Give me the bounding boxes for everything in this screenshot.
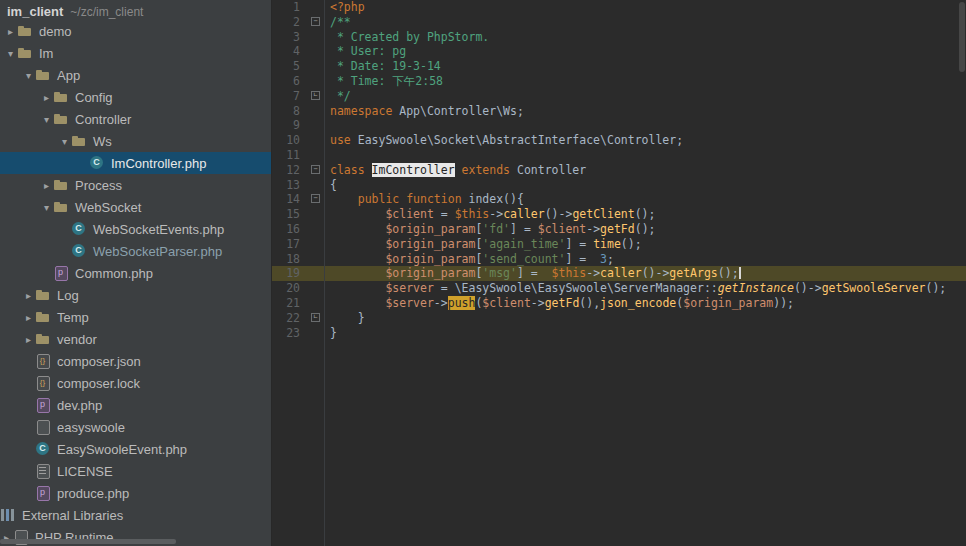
line-number[interactable]: 19 — [272, 266, 306, 281]
editor-scrollbar[interactable] — [957, 0, 966, 546]
tree-item-composer-lock[interactable]: composer.lock — [0, 372, 271, 394]
editor-scrollbar-thumb[interactable] — [959, 2, 965, 72]
code-line-17[interactable]: 17 $origin_param['again_time'] = time(); — [272, 237, 966, 252]
tree-item-vendor[interactable]: ▸vendor — [0, 328, 271, 350]
line-number[interactable]: 17 — [272, 237, 306, 252]
code-text[interactable]: $client = $this->caller()->getClient(); — [324, 207, 966, 222]
code-text[interactable]: * Created by PhpStorm. — [324, 30, 966, 45]
code-line-21[interactable]: 21 $server->push($client->getFd(),json_e… — [272, 296, 966, 311]
code-text[interactable]: { — [324, 178, 966, 193]
tree-item-controller[interactable]: ▾Controller — [0, 108, 271, 130]
code-text[interactable]: } — [324, 326, 966, 341]
chevron-right-icon[interactable]: ▸ — [40, 180, 53, 191]
tree-item-common-php[interactable]: Common.php — [0, 262, 271, 284]
code-text[interactable]: $origin_param['send_count'] = 3; — [324, 252, 966, 267]
chevron-down-icon[interactable]: ▾ — [40, 202, 53, 213]
tree-item-process[interactable]: ▸Process — [0, 174, 271, 196]
code-text[interactable]: $server = \EasySwoole\EasySwoole\ServerM… — [324, 281, 966, 296]
line-number[interactable]: 14 — [272, 192, 306, 207]
tree-item-imcontroller-php[interactable]: ImController.php — [0, 152, 271, 174]
fold-collapse-icon[interactable]: − — [311, 194, 320, 203]
chevron-down-icon[interactable]: ▾ — [4, 48, 17, 59]
code-text[interactable] — [324, 118, 966, 133]
fold-end-icon[interactable]: ∟ — [311, 91, 320, 100]
line-number[interactable]: 20 — [272, 281, 306, 296]
chevron-down-icon[interactable]: ▾ — [40, 114, 53, 125]
code-text[interactable]: } — [324, 311, 966, 326]
tree-item-log[interactable]: ▸Log — [0, 284, 271, 306]
chevron-down-icon[interactable]: ▾ — [22, 70, 35, 81]
code-line-1[interactable]: 1<?php — [272, 0, 966, 15]
tree-item-config[interactable]: ▸Config — [0, 86, 271, 108]
code-line-23[interactable]: 23} — [272, 326, 966, 341]
code-text[interactable]: $origin_param['fd'] = $client->getFd(); — [324, 222, 966, 237]
code-line-16[interactable]: 16 $origin_param['fd'] = $client->getFd(… — [272, 222, 966, 237]
tree-item-app[interactable]: ▾App — [0, 64, 271, 86]
code-text[interactable] — [324, 148, 966, 163]
tree-item-license[interactable]: LICENSE — [0, 460, 271, 482]
code-text[interactable]: $origin_param['msg'] = $this->caller()->… — [324, 266, 966, 281]
code-line-13[interactable]: 13{ — [272, 178, 966, 193]
tree-item-easyswoole[interactable]: easyswoole — [0, 416, 271, 438]
line-number[interactable]: 23 — [272, 326, 306, 341]
line-number[interactable]: 16 — [272, 222, 306, 237]
tree-item-external-libraries[interactable]: External Libraries — [0, 504, 271, 526]
code-line-18[interactable]: 18 $origin_param['send_count'] = 3; — [272, 252, 966, 267]
tree-item-websocket[interactable]: ▾WebSocket — [0, 196, 271, 218]
chevron-right-icon[interactable]: ▸ — [40, 92, 53, 103]
fold-end-icon[interactable]: ∟ — [311, 313, 320, 322]
line-number[interactable]: 11 — [272, 148, 306, 163]
code-text[interactable]: $origin_param['again_time'] = time(); — [324, 237, 966, 252]
tree-item-demo[interactable]: ▸demo — [0, 20, 271, 42]
code-text[interactable]: namespace App\Controller\Ws; — [324, 104, 966, 119]
code-line-3[interactable]: 3 * Created by PhpStorm. — [272, 30, 966, 45]
chevron-down-icon[interactable]: ▾ — [58, 136, 71, 147]
code-line-15[interactable]: 15 $client = $this->caller()->getClient(… — [272, 207, 966, 222]
code-line-7[interactable]: 7∟ */ — [272, 89, 966, 104]
fold-collapse-icon[interactable]: − — [311, 165, 320, 174]
chevron-right-icon[interactable]: ▸ — [22, 312, 35, 323]
project-root-row[interactable]: im_client ~/zc/im_client — [0, 0, 271, 20]
line-number[interactable]: 3 — [272, 30, 306, 45]
chevron-right-icon[interactable]: ▸ — [22, 334, 35, 345]
line-number[interactable]: 18 — [272, 252, 306, 267]
code-line-20[interactable]: 20 $server = \EasySwoole\EasySwoole\Serv… — [272, 281, 966, 296]
code-line-8[interactable]: 8namespace App\Controller\Ws; — [272, 104, 966, 119]
code-text[interactable]: * Time: 下午2:58 — [324, 74, 966, 89]
tree-item-dev-php[interactable]: dev.php — [0, 394, 271, 416]
tree-item-composer-json[interactable]: composer.json — [0, 350, 271, 372]
tree-item-temp[interactable]: ▸Temp — [0, 306, 271, 328]
tree-item-websocketevents-php[interactable]: WebSocketEvents.php — [0, 218, 271, 240]
code-text[interactable]: * Date: 19-3-14 — [324, 59, 966, 74]
line-number[interactable]: 6 — [272, 74, 306, 89]
line-number[interactable]: 10 — [272, 133, 306, 148]
tree-item-easyswooleevent-php[interactable]: EasySwooleEvent.php — [0, 438, 271, 460]
line-number[interactable]: 12 — [272, 163, 306, 178]
line-number[interactable]: 1 — [272, 0, 306, 15]
code-line-14[interactable]: 14− public function index(){ — [272, 192, 966, 207]
code-text[interactable]: <?php — [324, 0, 966, 15]
tree-item-produce-php[interactable]: produce.php — [0, 482, 271, 504]
code-text[interactable]: $server->push($client->getFd(),json_enco… — [324, 296, 966, 311]
line-number[interactable]: 4 — [272, 44, 306, 59]
code-line-2[interactable]: 2−/** — [272, 15, 966, 30]
horizontal-scrollbar[interactable] — [0, 539, 176, 544]
tree-item-websocketparser-php[interactable]: WebSocketParser.php — [0, 240, 271, 262]
line-number[interactable]: 7 — [272, 89, 306, 104]
line-number[interactable]: 2 — [272, 15, 306, 30]
line-number[interactable]: 8 — [272, 104, 306, 119]
code-line-5[interactable]: 5 * Date: 19-3-14 — [272, 59, 966, 74]
code-line-4[interactable]: 4 * User: pg — [272, 44, 966, 59]
code-text[interactable]: * User: pg — [324, 44, 966, 59]
chevron-right-icon[interactable]: ▸ — [4, 26, 17, 37]
code-text[interactable]: use EasySwoole\Socket\AbstractInterface\… — [324, 133, 966, 148]
line-number[interactable]: 9 — [272, 118, 306, 133]
code-line-12[interactable]: 12−class ImController extends Controller — [272, 163, 966, 178]
line-number[interactable]: 13 — [272, 178, 306, 193]
line-number[interactable]: 22 — [272, 311, 306, 326]
code-line-9[interactable]: 9 — [272, 118, 966, 133]
code-line-11[interactable]: 11 — [272, 148, 966, 163]
code-line-6[interactable]: 6 * Time: 下午2:58 — [272, 74, 966, 89]
line-number[interactable]: 5 — [272, 59, 306, 74]
code-text[interactable]: public function index(){ — [324, 192, 966, 207]
